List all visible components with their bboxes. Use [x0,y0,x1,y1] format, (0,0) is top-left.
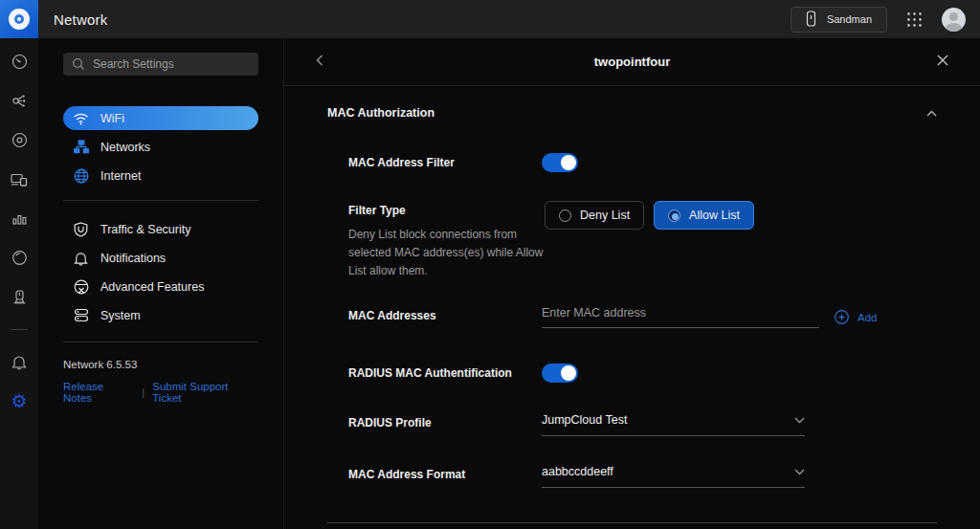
rail-bell-icon[interactable] [0,342,38,382]
row-mac-address-format: MAC Address Format aabbccddeeff [348,465,937,488]
unifi-logo[interactable] [0,0,38,38]
back-chevron-icon [316,55,323,69]
sidebar-item-label: System [100,309,141,322]
sidebar-item-traffic-security[interactable]: Traffic & Security [63,217,258,241]
bell-icon [73,250,89,266]
shield-icon [73,221,89,237]
radio-icon [668,209,680,222]
filter-type-options: Deny List Allow List [545,201,754,230]
footer-links: Release Notes | Submit Support Ticket [63,381,258,404]
advanced-features-icon [73,278,89,295]
mac-address-format-select[interactable]: aabbccddeeff [542,465,805,488]
insights-icon[interactable] [0,199,38,238]
sidebar-item-wifi[interactable]: WiFi [63,106,258,130]
sidebar-item-system[interactable]: System [63,303,258,327]
settings-nav: WiFi Networks Internet [63,106,258,327]
allow-list-label: Allow List [689,209,740,222]
settings-sidebar: WiFi Networks Internet [38,38,283,529]
version-text: Network 6.5.53 [63,359,258,370]
app-window: Network Sandman [0,0,980,529]
main-body: ⚙ WiFi [0,38,980,529]
radius-mac-auth-toggle[interactable] [542,364,578,383]
collapse-chevron-icon[interactable] [926,110,937,117]
allow-list-option[interactable]: Allow List [654,201,754,230]
sidebar-item-advanced-features[interactable]: Advanced Features [63,275,258,298]
mac-address-input-wrap: Add [542,306,877,328]
add-label: Add [858,312,877,323]
rail-divider [11,329,28,330]
settings-gear-icon[interactable]: ⚙ [0,382,38,421]
panel-header: twopointfour [284,38,980,86]
devices-icon[interactable] [0,121,38,160]
section-title: MAC Authorization [327,106,434,120]
sidebar-item-notifications[interactable]: Notifications [63,246,258,270]
section-bottom-divider [327,522,937,523]
row-mac-addresses: MAC Addresses Add [348,306,937,328]
sidebar-item-internet[interactable]: Internet [63,164,258,187]
console-icon [806,11,816,29]
sidebar-item-label: WiFi [100,112,124,125]
console-button[interactable]: Sandman [791,7,887,33]
sidebar-item-label: Internet [100,169,141,183]
search-box[interactable] [63,53,258,76]
section-header-mac-authorization[interactable]: MAC Authorization [327,104,937,121]
panel-content: MAC Authorization MAC Address Filter Fil… [284,86,980,529]
row-radius-mac-auth: RADIUS MAC Authentification [348,364,937,383]
row-filter-type: Filter Type Deny List block connections … [348,201,937,280]
internet-icon [73,167,89,184]
links-separator: | [142,386,145,398]
sidebar-footer-divider [63,342,258,342]
console-name: Sandman [827,13,872,25]
mac-address-filter-label: MAC Address Filter [348,153,542,172]
wifiman-icon[interactable] [0,238,38,277]
sidebar-divider [63,200,258,201]
mac-address-format-value: aabbccddeeff [542,465,613,478]
dashboard-icon[interactable] [0,42,38,81]
unifi-logo-circle [9,9,30,30]
sidebar-item-label: Notifications [100,252,166,265]
submit-support-ticket-link[interactable]: Submit Support Ticket [152,381,258,404]
back-button[interactable] [316,55,323,69]
deny-list-label: Deny List [580,209,630,222]
topology-icon[interactable] [0,81,38,121]
sidebar-item-label: Networks [100,141,150,154]
topbar: Network Sandman [0,0,980,38]
clients-icon[interactable] [0,160,38,199]
panel-title: twopointfour [594,55,670,69]
avatar[interactable] [942,8,966,32]
radius-profile-value: JumpCloud Test [542,413,627,427]
networks-icon [73,139,89,155]
radio-icon [559,209,571,222]
search-icon [72,57,85,71]
detail-panel: twopointfour MAC Authorization MAC Addr [283,38,980,529]
search-input[interactable] [93,57,250,71]
release-notes-link[interactable]: Release Notes [63,381,134,404]
mac-addresses-label: MAC Addresses [348,306,542,325]
dropdown-chevron-icon [794,417,805,424]
row-mac-address-filter: MAC Address Filter [348,153,937,172]
radius-mac-auth-label: RADIUS MAC Authentification [348,364,542,383]
sidebar-item-networks[interactable]: Networks [63,135,258,159]
sidebar-item-label: Traffic & Security [100,223,190,236]
radius-profile-select[interactable]: JumpCloud Test [542,413,805,436]
system-icon [73,307,89,323]
apps-grid-icon[interactable] [905,11,924,29]
dropdown-chevron-icon [794,469,805,475]
row-radius-profile: RADIUS Profile JumpCloud Test [348,413,937,436]
filter-type-description: Deny List block connections from selecte… [348,226,545,280]
close-icon [937,55,948,69]
mac-address-input[interactable] [542,306,819,328]
camera-icon[interactable] [0,277,38,317]
topbar-right: Sandman [791,7,980,33]
add-plus-icon [835,310,849,324]
close-button[interactable] [937,55,948,69]
radius-profile-label: RADIUS Profile [348,413,542,432]
mac-address-format-label: MAC Address Format [348,465,542,484]
deny-list-option[interactable]: Deny List [545,201,644,230]
icon-rail: ⚙ [0,38,38,529]
sidebar-item-label: Advanced Features [100,280,204,294]
mac-address-filter-toggle[interactable] [542,153,578,172]
add-mac-button[interactable]: Add [835,310,877,328]
wifi-icon [73,110,89,126]
app-title: Network [54,11,107,28]
